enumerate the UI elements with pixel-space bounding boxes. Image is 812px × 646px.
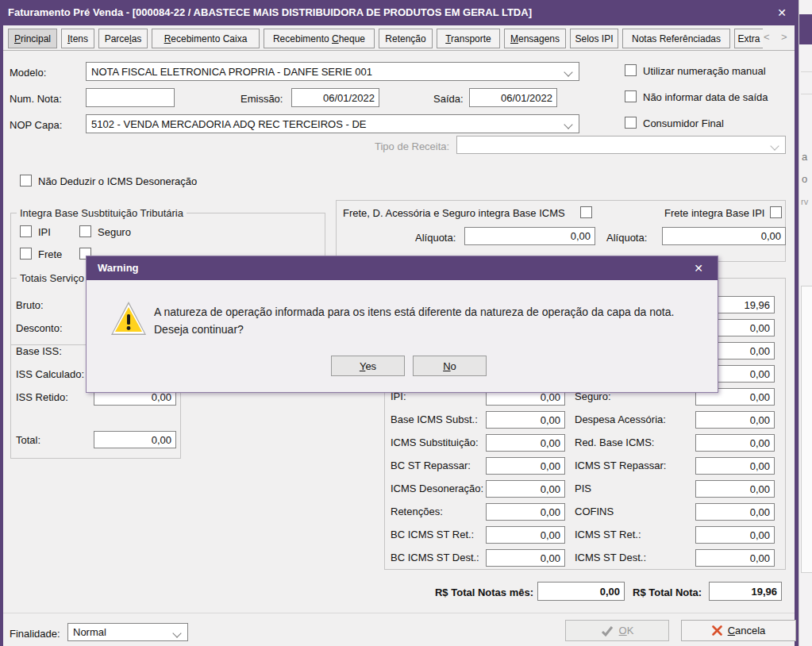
bc-st-repassar-input[interactable]: 0,00 — [486, 457, 565, 475]
integra-frete-checkbox[interactable] — [20, 248, 32, 260]
retencoes-label: Retenções: — [391, 506, 443, 517]
nop-capa-combobox[interactable]: 5102 - VENDA MERCADORIA ADQ REC TERCEIRO… — [86, 114, 579, 133]
saida-input[interactable]: 06/01/2022 — [469, 88, 557, 107]
tab-transporte[interactable]: Transporte — [437, 29, 500, 48]
integra-seguro-checkbox[interactable] — [79, 225, 91, 237]
warning-icon — [110, 301, 147, 336]
modelo-label: Modelo: — [10, 67, 46, 79]
ok-button[interactable]: OK — [565, 620, 669, 641]
background-text-fragment: a — [802, 151, 807, 163]
cofins-label: COFINS — [575, 506, 614, 517]
emissao-input[interactable]: 06/01/2022 — [291, 88, 379, 107]
bc-icms-st-dest-label: BC ICMS ST Dest.: — [391, 552, 479, 563]
despesa-acessoria-label: Despesa Acessória: — [575, 413, 666, 425]
aliquota-icms-input[interactable]: 0,00 — [464, 227, 595, 245]
red-base-icms-input[interactable]: 0,00 — [695, 434, 775, 452]
consumidor-final-checkbox[interactable] — [625, 117, 637, 129]
tab-extra[interactable]: Extra — [734, 29, 763, 48]
warning-titlebar[interactable]: Warning ✕ — [87, 256, 718, 280]
frete-integra-ipi-checkbox[interactable] — [770, 206, 782, 218]
tab-recebimento-caixa[interactable]: Recebimento Caixa — [152, 29, 260, 48]
finalidade-combobox[interactable]: Normal — [67, 623, 188, 641]
pis-input[interactable]: 0,00 — [695, 480, 775, 498]
nop-capa-label: NOP Capa: — [10, 119, 62, 131]
num-nota-label: Num. Nota: — [10, 93, 62, 105]
base-icms-subst-input[interactable]: 0,00 — [486, 411, 565, 429]
no-button[interactable]: No — [413, 356, 487, 376]
utilizar-numeracao-manual-checkbox[interactable] — [625, 64, 637, 76]
pis-label: PIS — [575, 483, 591, 494]
footer-divider — [3, 613, 795, 613]
iss-calculado-label: ISS Calculado: — [16, 368, 84, 380]
chevron-down-icon — [564, 120, 572, 129]
aliquota-ipi-label: Alíquota: — [606, 232, 647, 244]
cofins-input[interactable]: 0,00 — [695, 503, 775, 521]
window-right-border — [795, 25, 799, 646]
despesa-acessoria-input[interactable]: 0,00 — [695, 411, 775, 429]
bc-icms-st-dest-input[interactable]: 0,00 — [486, 549, 565, 567]
aliquota-icms-label: Alíquota: — [415, 232, 456, 244]
aliquota-ipi-input[interactable]: 0,00 — [662, 227, 786, 245]
window-left-border — [0, 25, 3, 646]
background-text-fragment: rv — [801, 197, 808, 206]
tab-recebimento-cheque[interactable]: Recebimento Cheque — [264, 29, 375, 48]
retencoes-input[interactable]: 0,00 — [486, 503, 565, 521]
window-titlebar[interactable]: Faturamento Pré Venda - [000084-22 / ABA… — [0, 0, 799, 25]
icms-substituicao-input[interactable]: 0,00 — [486, 434, 565, 452]
total-notas-mes-input[interactable]: 0,00 — [537, 582, 625, 601]
cancela-button[interactable]: Cancela — [681, 620, 796, 641]
total-servico-input[interactable]: 0,00 — [94, 431, 176, 448]
background-window-titlebar — [799, 14, 812, 44]
nao-informar-data-saida-checkbox[interactable] — [625, 90, 637, 102]
integra-ipi-checkbox[interactable] — [20, 225, 32, 237]
background-window: a o rv a o — [799, 0, 812, 646]
icms-st-ret-label: ICMS ST Ret.: — [575, 529, 641, 540]
tab-notas-referenciadas[interactable]: Notas Referênciadas — [622, 29, 730, 48]
integra-seguro-label: Seguro — [98, 226, 131, 238]
bc-icms-st-ret-input[interactable]: 0,00 — [486, 526, 565, 544]
tab-selos-ipi[interactable]: Selos IPI — [570, 29, 618, 48]
utilizar-numeracao-manual-label: Utilizar numeração manual — [643, 65, 766, 77]
totais-servico-group-title: Totais Serviço — [17, 272, 87, 284]
iss-retido-label: ISS Retido: — [16, 391, 68, 403]
tab-strip: Principal Itens Parcelas Recebimento Cai… — [3, 25, 795, 51]
finalidade-label: Finalidade: — [10, 628, 60, 640]
consumidor-final-label: Consumidor Final — [643, 117, 724, 129]
tab-principal[interactable]: Principal — [8, 29, 57, 48]
num-nota-input[interactable] — [86, 88, 175, 107]
warning-close-icon[interactable]: ✕ — [688, 260, 709, 277]
icms-st-repassar-input[interactable]: 0,00 — [695, 457, 775, 475]
modelo-combobox[interactable]: NOTA FISCAL ELETRONICA PROPRIA - DANFE S… — [86, 62, 579, 81]
yes-button[interactable]: Yes — [331, 356, 405, 376]
frete-integra-icms-checkbox[interactable] — [580, 206, 592, 218]
integra-frete-label: Frete — [38, 248, 62, 260]
tab-itens[interactable]: Itens — [61, 29, 94, 48]
window-close-icon[interactable]: ✕ — [772, 4, 792, 21]
icms-st-ret-input[interactable]: 0,00 — [695, 526, 775, 544]
base-iss-label: Base ISS: — [16, 345, 62, 357]
warning-message-line1: A natureza de operação informada para os… — [154, 306, 674, 318]
base-icms-subst-label: Base ICMS Subst.: — [391, 413, 478, 425]
chevron-down-icon — [564, 67, 572, 76]
nao-informar-data-saida-label: Não informar data de saída — [643, 91, 768, 103]
bruto-label: Bruto: — [16, 299, 44, 311]
warning-message-line2: Deseja continuar? — [154, 323, 244, 336]
frete-integra-icms-label: Frete, D. Acessória e Seguro integra Bas… — [343, 207, 565, 219]
icms-st-dest-input[interactable]: 0,00 — [695, 549, 775, 567]
window-title: Faturamento Pré Venda - [000084-22 / ABA… — [8, 6, 532, 18]
tipo-receita-combobox[interactable] — [456, 136, 786, 154]
total-nota-input[interactable]: 19,96 — [709, 582, 782, 601]
nao-deduzir-icms-checkbox[interactable] — [20, 175, 32, 186]
integra-ipi-label: IPI — [38, 226, 51, 238]
tab-mensagens[interactable]: Mensagens — [504, 29, 566, 48]
tab-parcelas[interactable]: Parcelas — [98, 29, 148, 48]
tab-scroll-left-icon[interactable]: < — [764, 31, 770, 43]
icms-st-repassar-label: ICMS ST Repassar: — [575, 460, 666, 471]
warning-title: Warning — [98, 262, 139, 274]
tab-retencao[interactable]: Retenção — [379, 29, 433, 48]
bc-icms-st-ret-label: BC ICMS ST Ret.: — [391, 529, 474, 540]
tab-scroll-right-icon[interactable]: > — [781, 31, 787, 43]
icms-desoneracao-input[interactable]: 0,00 — [486, 480, 565, 498]
total-nota-label: R$ Total Nota: — [633, 586, 702, 598]
desconto-label: Desconto: — [16, 322, 63, 334]
